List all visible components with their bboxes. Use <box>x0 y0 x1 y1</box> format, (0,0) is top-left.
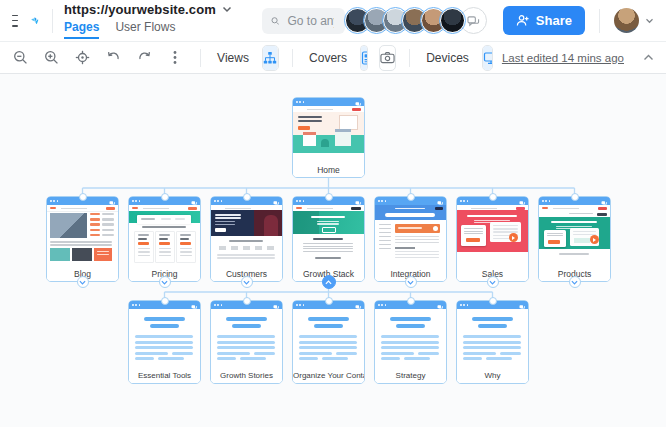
dot <box>467 200 469 202</box>
collapse-children-toggle[interactable] <box>322 275 336 289</box>
cover-shape <box>539 217 610 249</box>
sitemap-node-why[interactable]: Why <box>456 300 529 384</box>
expand-children-toggle[interactable] <box>241 276 253 288</box>
cover-shape <box>379 236 391 237</box>
connector-dot <box>407 297 415 305</box>
cover-shape <box>509 233 518 242</box>
dot <box>214 200 216 202</box>
sitemap-node-blog[interactable]: Blog <box>46 196 119 282</box>
cover-shape <box>217 335 275 338</box>
cover-shape <box>303 243 353 244</box>
sitemap-node-customers[interactable]: Customers <box>210 196 283 282</box>
cover-shape <box>94 248 112 261</box>
cover-shape <box>293 211 364 234</box>
share-person-icon <box>516 14 529 27</box>
connector-dot <box>79 193 87 201</box>
profile-avatar <box>614 8 639 33</box>
expand-children-toggle[interactable] <box>487 276 499 288</box>
zoom-in-icon[interactable] <box>43 50 59 66</box>
cover-shape <box>90 213 100 215</box>
cover-shape <box>547 233 563 234</box>
tab-user-flows[interactable]: User Flows <box>115 18 175 39</box>
project-url[interactable]: https://yourwebsite.com <box>64 2 216 17</box>
cover-covers-on-button[interactable] <box>361 46 368 70</box>
dot <box>50 200 52 202</box>
sitemap-node-growth-stories[interactable]: Growth Stories <box>210 300 283 384</box>
page-cover-products <box>539 205 610 267</box>
sitemap-node-integration[interactable]: Integration <box>374 196 447 282</box>
cover-shape <box>381 346 439 349</box>
sitemap-node-organize-your-contacts[interactable]: Organize Your Contacts <box>292 300 365 384</box>
share-label: Share <box>536 13 572 28</box>
cover-shape <box>90 234 100 236</box>
app-logo-icon[interactable] <box>30 9 39 33</box>
cover-shape <box>161 218 171 220</box>
menu-icon[interactable] <box>12 15 18 27</box>
expand-children-toggle[interactable] <box>77 276 89 288</box>
cover-shape <box>47 205 118 212</box>
view-tree-vertical-button[interactable] <box>263 46 277 70</box>
dot <box>139 200 141 202</box>
sitemap-node-essential-tools[interactable]: Essential Tools <box>128 300 201 384</box>
window-dots-icon <box>378 304 386 306</box>
share-button[interactable]: Share <box>503 6 585 35</box>
expand-children-toggle[interactable] <box>159 276 171 288</box>
profile-menu[interactable] <box>614 8 654 33</box>
more-options-icon[interactable] <box>167 50 183 66</box>
cover-shape <box>336 352 357 355</box>
cover-shape <box>102 223 114 225</box>
redo-icon[interactable] <box>136 50 152 66</box>
views-label: Views <box>217 51 249 65</box>
cover-shape <box>267 246 274 250</box>
cover-shape <box>159 255 171 256</box>
fit-to-screen-icon[interactable] <box>74 50 90 66</box>
dot <box>545 200 547 202</box>
cover-shape <box>314 324 343 328</box>
connector-dot <box>571 193 579 201</box>
cover-shape <box>159 238 168 240</box>
chevron-up-icon[interactable] <box>643 54 654 61</box>
sitemap-node-home[interactable]: Home <box>292 97 365 178</box>
dot <box>132 200 134 202</box>
sitemap-canvas[interactable]: HomeBlogPricingCustomersGrowth StackInte… <box>0 74 666 427</box>
device-desktop-button[interactable] <box>483 46 493 70</box>
cover-shape <box>463 357 482 360</box>
sitemap-node-pricing[interactable]: Pricing <box>128 196 201 282</box>
page-label: Strategy <box>375 369 446 383</box>
expand-children-toggle[interactable] <box>405 276 417 288</box>
cover-shape <box>395 236 439 237</box>
cover-shape <box>142 226 186 228</box>
cover-shape <box>395 247 415 249</box>
dot <box>217 200 219 202</box>
chevron-down-icon[interactable] <box>222 6 232 13</box>
sitemap-node-strategy[interactable]: Strategy <box>374 300 447 384</box>
top-bar: https://yourwebsite.com Pages User Flows <box>0 0 666 42</box>
tab-pages[interactable]: Pages <box>64 18 99 39</box>
cover-shape <box>463 346 521 349</box>
dot <box>549 200 551 202</box>
search-input[interactable] <box>285 13 335 29</box>
cover-shape <box>574 238 590 243</box>
dot <box>221 200 223 202</box>
undo-icon[interactable] <box>105 50 121 66</box>
cover-shape <box>106 207 115 210</box>
cover-shape <box>303 246 353 247</box>
cover-shape <box>219 246 226 250</box>
search-box[interactable] <box>262 8 345 34</box>
cover-shape <box>158 357 184 360</box>
cover-shape <box>102 213 114 215</box>
sitemap-node-sales[interactable]: Sales <box>456 196 529 282</box>
sitemap-node-products[interactable]: Products <box>538 196 611 282</box>
screenshot-button[interactable] <box>379 45 396 71</box>
last-edited-link[interactable]: Last edited 14 mins ago <box>502 52 624 64</box>
collaborator-avatar[interactable] <box>440 8 465 33</box>
cover-shape <box>500 352 521 355</box>
sitemap-node-growth-stack[interactable]: Growth Stack <box>292 196 365 282</box>
view-mode-group <box>262 45 279 71</box>
cover-shape <box>217 346 275 349</box>
expand-children-toggle[interactable] <box>569 276 581 288</box>
cover-shape <box>404 357 430 360</box>
cover-shape <box>463 352 496 355</box>
zoom-out-icon[interactable] <box>12 50 28 66</box>
view-tree-branch-button[interactable] <box>277 46 279 70</box>
